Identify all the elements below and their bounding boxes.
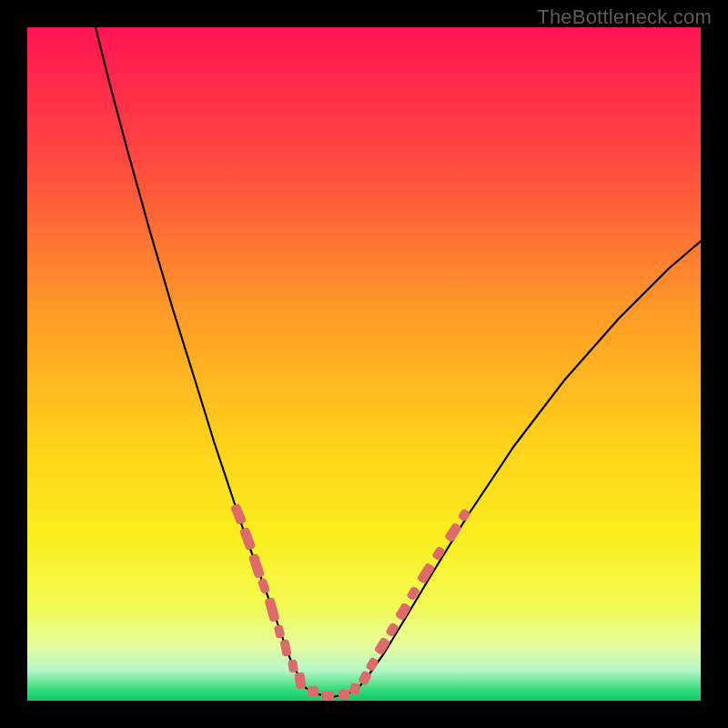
- chart-frame: TheBottleneck.com: [0, 0, 728, 728]
- data-marker: [230, 503, 247, 526]
- data-marker: [321, 692, 334, 702]
- chart-overlay: [27, 27, 701, 701]
- data-marker: [444, 522, 462, 543]
- data-marker: [349, 682, 361, 695]
- data-marker: [385, 622, 399, 637]
- data-marker: [365, 656, 379, 672]
- data-marker: [406, 585, 420, 601]
- data-marker: [273, 624, 285, 639]
- curve-path: [96, 27, 701, 697]
- data-marker: [279, 639, 292, 657]
- data-markers: [230, 503, 471, 701]
- data-marker: [264, 597, 279, 622]
- watermark-text: TheBottleneck.com: [537, 5, 712, 29]
- data-marker: [294, 672, 306, 689]
- data-marker: [431, 545, 446, 561]
- bottleneck-curve: [96, 27, 701, 697]
- data-marker: [248, 553, 265, 579]
- data-marker: [258, 578, 270, 594]
- data-marker: [288, 659, 298, 673]
- data-marker: [457, 508, 470, 522]
- data-marker: [308, 686, 319, 698]
- data-marker: [239, 527, 257, 551]
- plot-area: [27, 27, 701, 701]
- data-marker: [338, 689, 349, 700]
